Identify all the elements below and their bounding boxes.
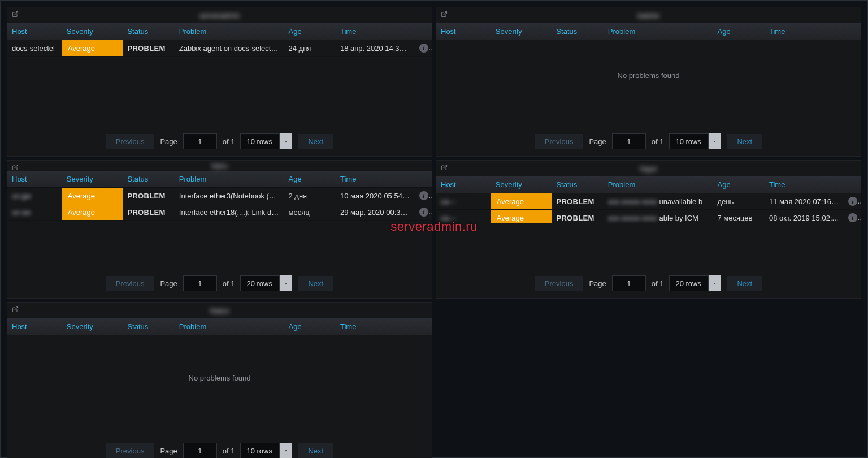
next-button[interactable]: Next	[298, 443, 333, 459]
table-row: xx-swAveragePROBLEMInterface ether18(...…	[7, 204, 432, 221]
col-header-problem[interactable]: Problem	[175, 318, 284, 335]
col-header-age[interactable]: Age	[284, 318, 336, 335]
panel-p4: HypnHostSeverityStatusProblemAgeTimeca--…	[436, 160, 861, 299]
previous-button[interactable]: Previous	[106, 443, 155, 459]
panel-body: HostSeverityStatusProblemAgeTimeca---Ave…	[436, 176, 861, 298]
col-header-status[interactable]: Status	[123, 23, 174, 40]
chevron-down-icon[interactable]	[280, 275, 292, 291]
col-header-severity[interactable]: Severity	[62, 171, 123, 188]
problems-table: HostSeverityStatusProblemAgeTime	[436, 23, 861, 40]
next-button[interactable]: Next	[727, 276, 762, 291]
col-header-time[interactable]: Time	[765, 176, 844, 193]
external-link-icon[interactable]	[441, 164, 448, 172]
panel-p1: serveradminHostSeverityStatusProblemAgeT…	[7, 7, 432, 157]
panel-header: Hypn	[436, 161, 861, 176]
info-icon[interactable]: i	[419, 191, 428, 200]
rows-select[interactable]: 10 rows	[240, 133, 292, 149]
previous-button[interactable]: Previous	[535, 134, 584, 149]
panel-header: serveradmin	[7, 7, 432, 23]
problems-table: HostSeverityStatusProblemAgeTime	[7, 318, 432, 335]
cell-time: 29 мар. 2020 00:33...	[336, 204, 415, 221]
cell-host[interactable]: xx-gw	[7, 188, 62, 204]
col-header-problem[interactable]: Problem	[604, 176, 713, 193]
next-button[interactable]: Next	[298, 276, 333, 291]
page-input[interactable]	[612, 275, 646, 291]
col-header-time[interactable]: Time	[336, 318, 415, 335]
page-input[interactable]	[612, 133, 646, 149]
cell-host[interactable]: docs-selectel	[7, 40, 62, 57]
next-button[interactable]: Next	[727, 134, 762, 149]
previous-button[interactable]: Previous	[106, 276, 155, 291]
page-input[interactable]	[183, 133, 217, 149]
cell-problem[interactable]: xxx-xxxxx-xxxxable by ICM	[604, 210, 713, 223]
page-input[interactable]	[183, 275, 217, 291]
col-header-problem[interactable]: Problem	[175, 23, 284, 40]
info-icon[interactable]: i	[848, 213, 857, 222]
external-link-icon[interactable]	[12, 164, 19, 172]
rows-select-value: 10 rows	[240, 133, 280, 149]
col-header-host[interactable]: Host	[436, 23, 491, 40]
chevron-down-icon[interactable]	[709, 275, 721, 291]
chevron-down-icon[interactable]	[280, 133, 292, 149]
external-link-icon[interactable]	[12, 306, 19, 314]
info-icon[interactable]: i	[419, 44, 428, 53]
col-header-problem[interactable]: Problem	[604, 23, 713, 40]
panel-p5: hiatusHostSeverityStatusProblemAgeTimeNo…	[7, 302, 432, 458]
info-icon[interactable]: i	[848, 197, 857, 206]
cell-problem[interactable]: Zabbix agent on docs-selectel is	[175, 40, 284, 57]
rows-select[interactable]: 10 rows	[669, 133, 721, 149]
col-header-status[interactable]: Status	[552, 176, 603, 193]
svg-line-4	[15, 307, 18, 310]
next-button[interactable]: Next	[298, 134, 333, 149]
cell-problem[interactable]: xxx-xxxxx-xxxxunavailable b	[604, 193, 713, 210]
col-header-info	[415, 318, 432, 335]
external-link-icon[interactable]	[12, 11, 19, 19]
external-link-icon[interactable]	[441, 11, 448, 19]
col-header-problem[interactable]: Problem	[175, 171, 284, 188]
col-header-severity[interactable]: Severity	[491, 176, 552, 193]
cell-host[interactable]: xx-sw	[7, 204, 62, 221]
col-header-time[interactable]: Time	[336, 23, 415, 40]
previous-button[interactable]: Previous	[535, 276, 584, 291]
chevron-down-icon[interactable]	[280, 443, 292, 458]
col-header-host[interactable]: Host	[7, 318, 62, 335]
info-icon[interactable]: i	[419, 208, 428, 217]
col-header-age[interactable]: Age	[713, 176, 765, 193]
page-input[interactable]	[183, 443, 217, 458]
panel-title: hdnx	[211, 162, 227, 170]
cell-status: PROBLEM	[123, 40, 174, 57]
rows-select[interactable]: 20 rows	[669, 275, 721, 291]
cell-problem[interactable]: Interface ether3(Notebook (Tabe	[175, 188, 284, 204]
page-of-label: of 1	[223, 137, 235, 146]
col-header-severity[interactable]: Severity	[62, 23, 123, 40]
cell-age: месяц	[284, 204, 336, 221]
page-label: Page	[589, 137, 606, 146]
col-header-severity[interactable]: Severity	[491, 23, 552, 40]
col-header-age[interactable]: Age	[713, 23, 765, 40]
col-header-age[interactable]: Age	[284, 171, 336, 188]
cell-host[interactable]: ca---	[436, 210, 491, 223]
col-header-host[interactable]: Host	[7, 23, 62, 40]
col-header-age[interactable]: Age	[284, 23, 336, 40]
cell-info: i	[415, 188, 432, 204]
col-header-status[interactable]: Status	[552, 23, 603, 40]
col-header-time[interactable]: Time	[765, 23, 844, 40]
previous-button[interactable]: Previous	[106, 134, 155, 149]
col-header-severity[interactable]: Severity	[62, 318, 123, 335]
col-header-host[interactable]: Host	[7, 171, 62, 188]
rows-select[interactable]: 20 rows	[240, 275, 292, 291]
cell-time: 08 окт. 2019 15:02:...	[765, 210, 844, 223]
cell-host[interactable]: ca---	[436, 193, 491, 210]
panel-title: serveradmin	[199, 11, 240, 20]
col-header-time[interactable]: Time	[336, 171, 415, 188]
col-header-host[interactable]: Host	[436, 176, 491, 193]
col-header-status[interactable]: Status	[123, 318, 174, 335]
col-header-info	[415, 23, 432, 40]
page-of-label: of 1	[223, 447, 235, 455]
cell-problem[interactable]: Interface ether18(....): Link down	[175, 204, 284, 221]
col-header-status[interactable]: Status	[123, 171, 174, 188]
col-header-info	[844, 176, 861, 193]
rows-select[interactable]: 10 rows	[240, 443, 292, 458]
chevron-down-icon[interactable]	[709, 133, 721, 149]
page-label: Page	[160, 447, 177, 455]
